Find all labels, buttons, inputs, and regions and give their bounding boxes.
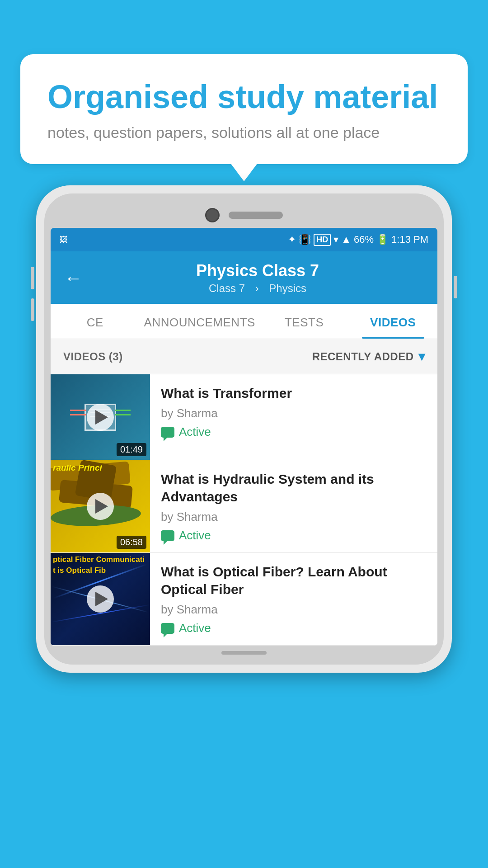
battery-icon: 🔋 bbox=[376, 234, 389, 245]
camera bbox=[205, 208, 220, 222]
video-author-3: by Sharma bbox=[161, 603, 427, 617]
volume-buttons bbox=[31, 267, 34, 321]
chat-icon-1 bbox=[161, 427, 174, 438]
play-button-3[interactable] bbox=[87, 585, 114, 613]
video-title-2: What is Hydraulic System and its Advanta… bbox=[161, 470, 427, 505]
video-status-1: Active bbox=[161, 425, 427, 439]
sort-label: RECENTLY ADDED bbox=[312, 350, 414, 363]
breadcrumb-class: Class 7 bbox=[209, 282, 245, 294]
back-button[interactable]: ← bbox=[64, 268, 82, 288]
bubble-subtitle: notes, question papers, solutions all at… bbox=[47, 124, 441, 142]
phone-mockup: 🖼 ✦ 📳 HD ▾ ▲ 66% 🔋 1:13 PM ← bbox=[36, 185, 452, 868]
video-thumbnail-3: ptical Fiber Communicati t is Optical Fi… bbox=[51, 553, 150, 645]
video-status-2: Active bbox=[161, 528, 427, 542]
breadcrumb-separator: › bbox=[255, 282, 259, 294]
phone-outer: 🖼 ✦ 📳 HD ▾ ▲ 66% 🔋 1:13 PM ← bbox=[36, 185, 452, 673]
video-title-1: What is Transformer bbox=[161, 384, 427, 402]
wifi-icon: ▾ bbox=[333, 234, 338, 245]
app-header: ← Physics Class 7 Class 7 › Physics bbox=[51, 251, 437, 304]
video-status-3: Active bbox=[161, 621, 427, 635]
phone-top-bar bbox=[51, 200, 437, 228]
video-item-2[interactable]: raulic Princi 06:58 What is Hydraulic Sy… bbox=[51, 460, 437, 553]
video-author-1: by Sharma bbox=[161, 406, 427, 420]
play-triangle-3 bbox=[95, 592, 108, 606]
header-title-block: Physics Class 7 Class 7 › Physics bbox=[91, 261, 424, 295]
optical-thumbnail-text-2: t is Optical Fib bbox=[53, 566, 148, 575]
video-info-3: What is Optical Fiber? Learn About Optic… bbox=[150, 553, 437, 645]
optical-thumbnail-text-1: ptical Fiber Communicati bbox=[53, 555, 148, 564]
tabs-bar: CE ANNOUNCEMENTS TESTS VIDEOS bbox=[51, 304, 437, 339]
phone-bottom-bar bbox=[51, 646, 437, 658]
speech-bubble: Organised study material notes, question… bbox=[20, 54, 468, 164]
video-count-label: VIDEOS (3) bbox=[63, 350, 123, 363]
volume-up-button bbox=[31, 267, 34, 289]
header-main-title: Physics Class 7 bbox=[91, 261, 424, 280]
time-display: 1:13 PM bbox=[391, 234, 428, 245]
play-triangle-1 bbox=[95, 410, 108, 425]
speech-bubble-container: Organised study material notes, question… bbox=[20, 54, 468, 164]
video-info-2: What is Hydraulic System and its Advanta… bbox=[150, 460, 437, 552]
vibrate-icon: 📳 bbox=[299, 234, 311, 245]
power-button bbox=[454, 276, 457, 298]
status-left: 🖼 bbox=[60, 235, 68, 245]
screen: 🖼 ✦ 📳 HD ▾ ▲ 66% 🔋 1:13 PM ← bbox=[51, 228, 437, 646]
tab-videos[interactable]: VIDEOS bbox=[348, 304, 437, 339]
signal-icon: ▲ bbox=[341, 234, 351, 245]
video-author-2: by Sharma bbox=[161, 510, 427, 524]
video-duration-1: 01:49 bbox=[117, 443, 146, 456]
bubble-title: Organised study material bbox=[47, 79, 441, 115]
video-thumbnail-2: raulic Princi 06:58 bbox=[51, 460, 150, 552]
video-thumbnail-1: 01:49 bbox=[51, 374, 150, 460]
filter-bar: VIDEOS (3) RECENTLY ADDED ▾ bbox=[51, 339, 437, 374]
tab-tests[interactable]: TESTS bbox=[260, 304, 349, 339]
breadcrumb-subject: Physics bbox=[269, 282, 306, 294]
tab-announcements[interactable]: ANNOUNCEMENTS bbox=[140, 304, 260, 339]
hd-badge: HD bbox=[314, 234, 331, 246]
speaker bbox=[229, 212, 283, 219]
battery-percent: 66% bbox=[354, 234, 374, 245]
chevron-down-icon: ▾ bbox=[418, 349, 425, 364]
tab-ce[interactable]: CE bbox=[51, 304, 140, 339]
video-info-1: What is Transformer by Sharma Active bbox=[150, 374, 437, 460]
image-icon: 🖼 bbox=[60, 235, 68, 245]
play-button-2[interactable] bbox=[87, 493, 114, 520]
bluetooth-icon: ✦ bbox=[288, 234, 296, 245]
chat-icon-3 bbox=[161, 623, 174, 634]
video-duration-2: 06:58 bbox=[117, 536, 146, 549]
power-side-button bbox=[454, 276, 457, 298]
status-bar: 🖼 ✦ 📳 HD ▾ ▲ 66% 🔋 1:13 PM bbox=[51, 228, 437, 251]
hydraulic-thumbnail-text: raulic Princi bbox=[53, 463, 102, 473]
status-right: ✦ 📳 HD ▾ ▲ 66% 🔋 1:13 PM bbox=[288, 234, 428, 246]
video-item-3[interactable]: ptical Fiber Communicati t is Optical Fi… bbox=[51, 553, 437, 646]
sort-dropdown[interactable]: RECENTLY ADDED ▾ bbox=[312, 349, 425, 364]
video-list: 01:49 What is Transformer by Sharma Acti… bbox=[51, 374, 437, 646]
chat-icon-2 bbox=[161, 530, 174, 541]
volume-down-button bbox=[31, 298, 34, 321]
video-item-1[interactable]: 01:49 What is Transformer by Sharma Acti… bbox=[51, 374, 437, 460]
home-indicator bbox=[221, 651, 267, 655]
video-title-3: What is Optical Fiber? Learn About Optic… bbox=[161, 563, 427, 598]
header-breadcrumb: Class 7 › Physics bbox=[91, 282, 424, 295]
play-button-1[interactable] bbox=[87, 404, 114, 431]
phone-inner: 🖼 ✦ 📳 HD ▾ ▲ 66% 🔋 1:13 PM ← bbox=[44, 193, 444, 665]
play-triangle-2 bbox=[95, 499, 108, 514]
